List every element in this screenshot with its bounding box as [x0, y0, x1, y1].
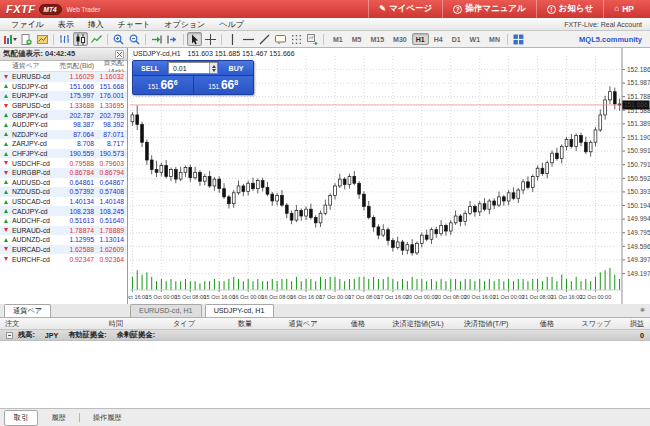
quote-row[interactable]: EURJPY-cd175.997176.001 — [0, 91, 127, 101]
candlestick-chart-button[interactable] — [73, 32, 88, 46]
header-button-info[interactable]: !お知らせ — [536, 0, 604, 18]
orders-column-5[interactable]: 価格 — [332, 319, 384, 329]
down-arrow-icon — [0, 228, 12, 232]
free-margin-label: 余剰証拠金: — [117, 330, 155, 340]
top-bar: FXTF MT4 Web Trader ✎マイページ?操作マニュアル!お知らせ⌂… — [0, 0, 650, 18]
footer-tab-0[interactable]: 取引 — [4, 410, 38, 426]
quote-row[interactable]: NZDUSD-cd0.573920.57408 — [0, 187, 127, 197]
tile-windows-button[interactable] — [511, 32, 526, 46]
orders-column-9[interactable]: スワップ — [574, 319, 618, 329]
quote-row[interactable]: EURAUD-cd1.788741.78889 — [0, 226, 127, 236]
collapse-icon[interactable] — [6, 332, 13, 339]
svg-text:149.795: 149.795 — [627, 229, 650, 236]
svg-text:17 Oct 16:00: 17 Oct 16:00 — [377, 294, 409, 300]
orders-column-8[interactable]: 価格 — [520, 319, 574, 329]
asterisk-icon[interactable]: ✱ — [640, 304, 645, 317]
new-chart-button[interactable] — [3, 32, 18, 46]
quote-symbol: EURGBP-cd — [12, 168, 54, 177]
header-button-pencil[interactable]: ✎マイページ — [368, 0, 442, 18]
orders-column-2[interactable]: タイプ — [152, 319, 216, 329]
quote-row[interactable]: AUDCHF-cd0.516130.51640 — [0, 216, 127, 226]
buy-price[interactable]: 151.668 — [194, 76, 254, 94]
chart-tab-0[interactable]: EURUSD-cd, H1 — [130, 304, 202, 317]
buy-button[interactable]: BUY — [219, 61, 253, 75]
timeframe-d1-button[interactable]: D1 — [448, 33, 465, 45]
menu-item-0[interactable]: ファイル — [4, 19, 51, 30]
quote-row[interactable]: CHFJPY-cd190.559190.573 — [0, 149, 127, 159]
sell-price[interactable]: 151.666 — [133, 76, 194, 94]
orders-column-6[interactable]: 決済逆指値(S/L) — [384, 319, 452, 329]
crosshair-button[interactable] — [203, 32, 218, 46]
chart-shift-button[interactable] — [165, 32, 180, 46]
new-order-button[interactable] — [19, 32, 34, 46]
timeframe-m30-button[interactable]: M30 — [389, 33, 411, 45]
orders-column-7[interactable]: 決済指値(T/P) — [452, 319, 520, 329]
cursor-button[interactable] — [187, 32, 202, 46]
timeframe-h1-button[interactable]: H1 — [412, 33, 429, 45]
quote-row[interactable]: AUDUSD-cd0.648610.64867 — [0, 178, 127, 188]
period-converter-button[interactable] — [305, 32, 320, 46]
timeframe-h4-button[interactable]: H4 — [430, 33, 447, 45]
timeframe-m1-button[interactable]: M1 — [329, 33, 347, 45]
orders-column-10[interactable]: 損益 — [618, 319, 650, 329]
quote-row[interactable]: CADJPY-cd108.238108.245 — [0, 206, 127, 216]
up-arrow-icon — [0, 132, 12, 136]
down-arrow-icon — [0, 161, 12, 165]
quote-row[interactable]: USDCHF-cd0.795880.79603 — [0, 158, 127, 168]
quote-row[interactable]: AUDJPY-cd98.38798.392 — [0, 120, 127, 130]
quote-row[interactable]: EURCAD-cd1.625881.62609 — [0, 245, 127, 255]
menu-item-5[interactable]: ヘルプ — [212, 19, 251, 30]
quote-row[interactable]: GBPUSD-cd1.336881.33695 — [0, 101, 127, 111]
zoom-out-button[interactable] — [127, 32, 142, 46]
timeframe-m5-button[interactable]: M5 — [348, 33, 366, 45]
mql5-community-link[interactable]: MQL5.community — [579, 35, 647, 44]
timeframe-m15-button[interactable]: M15 — [366, 33, 388, 45]
menu-item-4[interactable]: オプション — [157, 19, 212, 30]
footer-tab-2[interactable]: 操作履歴 — [84, 411, 131, 425]
trendline-button[interactable] — [257, 32, 272, 46]
timeframe-w1-button[interactable]: W1 — [466, 33, 485, 45]
line-chart-button[interactable] — [89, 32, 104, 46]
menu-item-1[interactable]: 表示 — [51, 19, 81, 30]
orders-column-4[interactable]: 通貨ペア — [274, 319, 332, 329]
quote-row[interactable]: USDJPY-cd151.666151.668 — [0, 82, 127, 92]
sell-button[interactable]: SELL — [133, 61, 167, 75]
menu-item-3[interactable]: チャート — [111, 19, 158, 30]
volume-stepper[interactable] — [209, 63, 217, 73]
quote-row[interactable]: USDCAD-cd1.401341.40148 — [0, 197, 127, 207]
header-button-home[interactable]: ⌂HP — [603, 0, 644, 18]
tab-currency-pairs[interactable]: 通貨ペア — [4, 304, 51, 317]
bar-chart-button[interactable] — [57, 32, 72, 46]
svg-text:151.389: 151.389 — [627, 120, 650, 127]
quote-row[interactable]: AUDNZD-cd1.129951.13014 — [0, 235, 127, 245]
quote-row[interactable]: EURCHF-cd0.923470.92364 — [0, 254, 127, 264]
timeframe-mn-button[interactable]: MN — [485, 33, 504, 45]
orders-column-3[interactable]: 数量 — [216, 319, 274, 329]
zoom-in-button[interactable] — [111, 32, 126, 46]
svg-text:20 Oct 00:00: 20 Oct 00:00 — [406, 294, 438, 300]
header-button-label: 操作マニュアル — [465, 3, 526, 15]
volume-input[interactable]: 0.01 — [168, 62, 218, 74]
quote-row[interactable]: NZDJPY-cd87.06487.071 — [0, 130, 127, 140]
indicator-list-button[interactable] — [35, 32, 50, 46]
quote-row[interactable]: EURUSD-cd1.160291.16032 — [0, 72, 127, 82]
header-button-question[interactable]: ?操作マニュアル — [442, 0, 536, 18]
footer-tab-1[interactable]: 履歴 — [42, 411, 74, 425]
horizontal-line-button[interactable] — [241, 32, 256, 46]
text-label-button[interactable] — [273, 32, 288, 46]
menu-item-2[interactable]: 挿入 — [81, 19, 111, 30]
quote-row[interactable]: EURGBP-cd0.867840.86794 — [0, 168, 127, 178]
buy-price-main: 66 — [221, 80, 234, 91]
chart-tab-1[interactable]: USDJPY-cd, H1 — [205, 304, 274, 317]
toolbar-separator — [145, 34, 146, 45]
quote-row[interactable]: ZARJPY-cd8.7088.717 — [0, 139, 127, 149]
orders-column-1[interactable]: 時間 — [80, 319, 152, 329]
svg-text:149.397: 149.397 — [627, 256, 650, 263]
step-down-icon — [212, 69, 216, 72]
vertical-line-button[interactable] — [225, 32, 240, 46]
quote-row[interactable]: GBPJPY-cd202.787202.793 — [0, 110, 127, 120]
orders-column-0[interactable]: 注文 — [0, 319, 80, 329]
grid-button[interactable] — [289, 32, 304, 46]
toolbar: M1M5M15M30H1H4D1W1MN MQL5.community — [0, 31, 650, 48]
auto-scroll-button[interactable] — [149, 32, 164, 46]
